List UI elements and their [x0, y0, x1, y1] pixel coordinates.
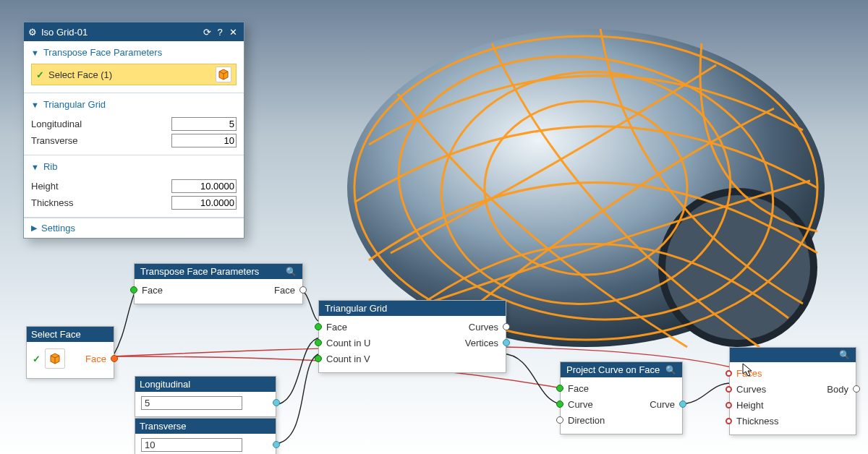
node-transpose[interactable]: Transpose Face Parameters 🔍 Face Face: [134, 263, 303, 304]
node-title: Project Curve on Face: [566, 364, 660, 375]
port-out-face[interactable]: [111, 355, 118, 362]
svg-point-6: [485, 101, 687, 275]
section-rib[interactable]: ▼ Rib: [31, 160, 237, 176]
thickness-input[interactable]: [171, 196, 237, 210]
port-label: Curve: [568, 399, 621, 410]
value-box[interactable]: 5: [141, 396, 242, 410]
transverse-label: Transverse: [31, 135, 171, 146]
height-label: Height: [31, 181, 171, 192]
port-in-height[interactable]: [726, 402, 732, 408]
section-label: Triangular Grid: [43, 99, 106, 110]
port-label: Face: [218, 285, 295, 296]
port-in-direction[interactable]: [556, 416, 563, 424]
port-in-face[interactable]: [130, 286, 137, 294]
node-title: Transverse: [140, 421, 187, 432]
select-face-row[interactable]: ✓ Select Face (1): [31, 64, 237, 85]
value-box[interactable]: 10: [141, 438, 242, 452]
port-label: Face: [568, 383, 676, 394]
svg-point-5: [430, 58, 741, 318]
port-label: Count in U: [326, 338, 412, 348]
port-label: Height: [736, 400, 850, 411]
node-title: Longitudinal: [140, 379, 190, 390]
port-label: Body: [793, 384, 849, 395]
check-icon: ✓: [33, 354, 41, 364]
section-transpose[interactable]: ▼ Transpose Face Parameters: [31, 46, 237, 62]
svg-point-0: [347, 29, 825, 347]
chevron-down-icon: ▼: [31, 163, 39, 171]
port-label: Face: [326, 322, 412, 333]
port-in-count-v[interactable]: [315, 355, 322, 362]
port-label: Direction: [568, 415, 676, 426]
port-label: Face: [142, 285, 218, 296]
longitudinal-label: Longitudinal: [31, 119, 171, 129]
node-title: Triangular Grid: [325, 303, 387, 314]
refresh-icon[interactable]: ⟳: [200, 27, 213, 38]
port-label: Curves: [736, 384, 793, 395]
magnify-icon[interactable]: 🔍: [286, 267, 297, 277]
port-out-value[interactable]: [273, 441, 280, 448]
section-label: Rib: [43, 161, 58, 172]
port-out-value[interactable]: [273, 399, 280, 406]
port-label: Vertices: [412, 338, 498, 348]
help-icon[interactable]: ?: [213, 27, 226, 38]
node-project-curve[interactable]: Project Curve on Face 🔍 Face Curve Curve…: [560, 361, 683, 434]
port-in-thickness[interactable]: [726, 418, 732, 424]
port-label: Thickness: [736, 416, 850, 427]
port-in-count-u[interactable]: [315, 339, 322, 346]
svg-point-1: [658, 188, 817, 347]
chevron-right-icon: ▶: [31, 223, 37, 233]
settings-label: Settings: [41, 223, 75, 234]
panel-title-text: Iso Grid-01: [41, 27, 88, 38]
section-settings[interactable]: ▶ Settings: [24, 218, 244, 238]
longitudinal-input[interactable]: [171, 117, 237, 131]
port-label: Faces: [736, 368, 850, 379]
port-in-face[interactable]: [315, 323, 322, 330]
transverse-input[interactable]: [171, 134, 237, 147]
svg-point-3: [354, 36, 817, 340]
cube-icon: [216, 67, 231, 82]
port-out-vertices[interactable]: [503, 339, 510, 346]
port-label: Face: [85, 354, 106, 364]
close-icon[interactable]: ✕: [226, 27, 239, 38]
section-trigrid[interactable]: ▼ Triangular Grid: [31, 98, 237, 114]
chevron-down-icon: ▼: [31, 48, 39, 57]
magnify-icon[interactable]: 🔍: [839, 350, 850, 360]
port-out-face[interactable]: [299, 286, 307, 294]
chevron-down-icon: ▼: [31, 100, 39, 109]
cube-icon: [45, 348, 65, 369]
node-title: Select Face: [31, 329, 81, 340]
node-rib[interactable]: 🔍 Faces Curves Body Height Thickness: [729, 347, 856, 435]
gear-icon: ⚙: [28, 27, 37, 38]
port-label: Curves: [412, 322, 498, 333]
property-panel: ⚙ Iso Grid-01 ⟳ ? ✕ ▼ Transpose Face Par…: [23, 22, 244, 239]
port-out-curve[interactable]: [679, 401, 686, 408]
port-in-curves[interactable]: [726, 386, 732, 393]
port-label: Count in V: [326, 354, 500, 364]
node-longitudinal[interactable]: Longitudinal 5: [135, 376, 276, 417]
port-out-curves[interactable]: [503, 323, 510, 330]
node-transverse[interactable]: Transverse 10: [135, 418, 276, 454]
port-out-body[interactable]: [853, 385, 860, 393]
svg-point-2: [665, 195, 810, 340]
svg-point-4: [381, 33, 790, 343]
thickness-label: Thickness: [31, 197, 171, 208]
node-title: Transpose Face Parameters: [140, 266, 259, 277]
port-in-faces[interactable]: [726, 370, 732, 377]
node-select-face[interactable]: Select Face ✓ Face: [26, 326, 114, 379]
node-triangular-grid[interactable]: Triangular Grid Face Curves Count in U V…: [318, 300, 506, 373]
port-label: Curve: [621, 399, 675, 410]
magnify-icon[interactable]: 🔍: [665, 365, 676, 375]
height-input[interactable]: [171, 179, 237, 193]
check-icon: ✓: [36, 69, 44, 80]
select-face-label: Select Face (1): [48, 69, 112, 80]
port-in-face[interactable]: [556, 385, 563, 392]
port-in-curve[interactable]: [556, 401, 563, 408]
section-label: Transpose Face Parameters: [43, 47, 162, 58]
